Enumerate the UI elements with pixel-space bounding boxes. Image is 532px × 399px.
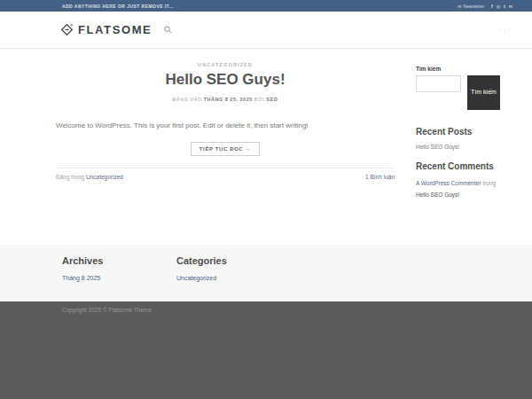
comments-count-link[interactable]: 1 Bình luận [365,174,395,180]
archives-title: Archives [62,255,176,266]
comment-prefix: trong [482,180,496,186]
category-link[interactable]: Uncategorized [176,275,291,281]
post-title[interactable]: Hello SEO Guys! [56,71,395,89]
twitter-icon[interactable]: t [504,4,505,9]
chevron-right-icon[interactable]: › [508,26,511,34]
header-divider [505,27,505,34]
chevron-left-icon[interactable]: ‹ [500,26,503,34]
post-excerpt: Welcome to WordPress. This is your first… [56,121,395,130]
recent-post-link[interactable]: Hello SEO Guys! [416,144,503,150]
newsletter-link[interactable]: ✉ Newsletter [458,4,484,9]
search-submit-button[interactable]: Tìm kiếm [467,75,500,110]
newsletter-label: Newsletter [463,4,484,9]
logo-text: FLATSOME [78,23,152,36]
facebook-icon[interactable]: f [491,4,493,9]
social-icons: f ◎ t ✉ [491,4,512,9]
categories-widget: Categories Uncategorized [176,255,291,301]
post-column: UNCATEGORIZED Hello SEO Guys! ĐĂNG VÀO T… [56,49,395,245]
posted-in-category-link[interactable]: Uncategorized [86,174,123,180]
topbar-right: ✉ Newsletter f ◎ t ✉ [458,4,512,9]
archive-link[interactable]: Tháng 8 2025 [62,275,176,281]
posted-in-prefix: Đăng trong [56,174,84,180]
comment-post-link[interactable]: Hello SEO Guys! [416,192,459,198]
comment-author-link[interactable]: A WordPress Commenter [416,180,481,186]
archives-widget: Archives Tháng 8 2025 [62,255,176,301]
post-divider [56,168,395,168]
site-header: FLATSOME ‹ › [0,12,532,49]
main-area: UNCATEGORIZED Hello SEO Guys! ĐĂNG VÀO T… [0,49,532,245]
post-date-value[interactable]: THÁNG 8 25, 2025 [204,97,253,102]
recent-posts-title: Recent Posts [416,127,503,137]
site-logo[interactable]: FLATSOME [60,23,152,36]
envelope-icon: ✉ [458,4,461,9]
recent-comments-title: Recent Comments [416,161,503,171]
sidebar: Tìm kiếm Tìm kiếm Recent Posts Hello SEO… [416,49,503,245]
search-input[interactable] [416,75,461,92]
top-bar: ADD ANYTHING HERE OR JUST REMOVE IT... ✉… [0,0,532,12]
recent-comment-item: A WordPress Commenter trong Hello SEO Gu… [416,178,503,200]
read-more-button[interactable]: TIẾP TỤC ĐỌC → [191,142,260,156]
categories-title: Categories [176,255,291,266]
post-category: UNCATEGORIZED [56,62,395,67]
read-more-row: TIẾP TỤC ĐỌC → [56,138,395,156]
topbar-message: ADD ANYTHING HERE OR JUST REMOVE IT... [62,4,174,9]
post-footer-meta: Đăng trong Uncategorized 1 Bình luận [56,174,395,180]
posted-in: Đăng trong Uncategorized [56,174,123,180]
search-widget-label: Tìm kiếm [416,66,503,72]
instagram-icon[interactable]: ◎ [497,4,500,9]
post-author-link[interactable]: SEO [266,97,278,102]
absolute-footer: Copyright 2025 © Flatsome Theme [0,301,532,399]
header-pagination: ‹ › [500,26,511,34]
search-widget: Tìm kiếm [416,75,503,110]
post-category-link[interactable]: UNCATEGORIZED [198,62,253,67]
copyright-text: Copyright 2025 © Flatsome Theme [62,307,532,313]
posted-by-prefix: BỞI [254,97,264,102]
search-icon[interactable] [164,26,172,34]
posted-on-prefix: ĐĂNG VÀO [173,97,202,102]
flatsome-logo-icon [60,23,74,36]
footer-widgets: Archives Tháng 8 2025 Categories Uncateg… [0,245,532,301]
email-icon[interactable]: ✉ [509,4,512,9]
post-meta-date: ĐĂNG VÀO THÁNG 8 25, 2025 BỞI SEO [56,97,395,102]
